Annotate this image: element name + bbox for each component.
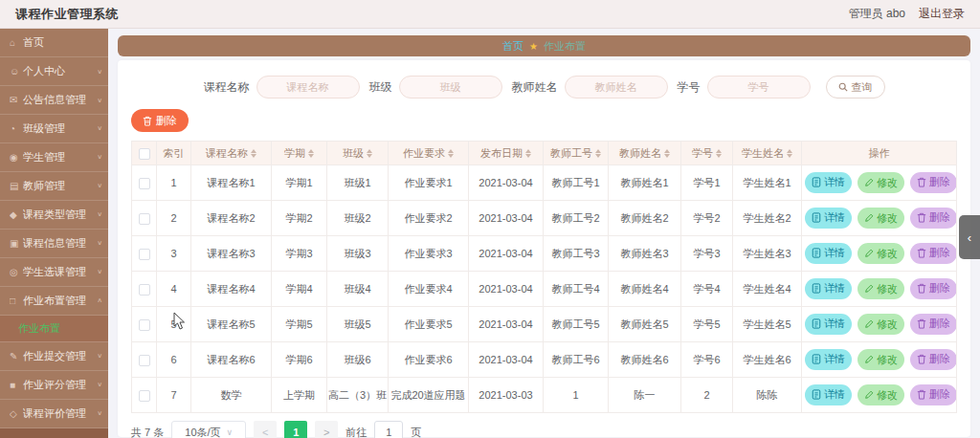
sort-icon[interactable] <box>448 149 454 158</box>
detail-icon <box>812 283 821 294</box>
detail-button[interactable]: 详情 <box>805 208 852 229</box>
column-header-8[interactable]: 学号 <box>681 142 733 165</box>
cell: 教师姓名4 <box>609 272 681 307</box>
delete-button[interactable]: 删除 <box>910 349 957 370</box>
cell: 陈陈 <box>733 378 802 413</box>
filter-input-2[interactable] <box>565 76 668 99</box>
detail-button[interactable]: 详情 <box>805 278 852 299</box>
filter-input-3[interactable] <box>707 76 811 99</box>
column-header-9[interactable]: 学生姓名 <box>733 142 802 165</box>
action-label: 修改 <box>877 353 898 367</box>
select-all-checkbox[interactable] <box>139 148 150 160</box>
sidebar-item-label: 个人中心 <box>23 64 97 78</box>
column-header-6[interactable]: 教师工号 <box>544 142 609 165</box>
edit-button[interactable]: 修改 <box>858 208 904 229</box>
sidebar-item-7[interactable]: ▣课程信息管理∨ <box>0 230 108 258</box>
sidebar-subitem-9-0[interactable]: 作业布置 <box>0 316 108 342</box>
sort-icon[interactable] <box>595 149 601 158</box>
row-checkbox[interactable] <box>139 284 150 296</box>
sort-icon[interactable] <box>251 149 256 158</box>
delete-button[interactable]: 删除 <box>910 384 957 405</box>
sidebar-item-11[interactable]: ■作业评分管理∨ <box>0 371 108 400</box>
sidebar-item-9[interactable]: □作业布置管理∧ <box>0 287 108 316</box>
column-header-2[interactable]: 学期 <box>272 142 327 165</box>
page-1-button[interactable]: 1 <box>284 421 307 438</box>
cell: 数学 <box>191 378 272 413</box>
edit-button[interactable]: 修改 <box>858 349 904 370</box>
column-header-3[interactable]: 班级 <box>327 142 389 165</box>
row-checkbox[interactable] <box>139 355 150 366</box>
cell: 上学期 <box>272 378 327 413</box>
cell: 教师工号5 <box>544 307 609 342</box>
sort-icon[interactable] <box>308 149 314 158</box>
next-page-button[interactable]: > <box>315 421 338 438</box>
edit-button[interactable]: 修改 <box>858 243 904 264</box>
delete-button[interactable]: 删除 <box>910 314 957 335</box>
goto-page-input[interactable] <box>374 421 403 438</box>
cell: 教师姓名2 <box>609 201 681 236</box>
sidebar-item-8[interactable]: ◎学生选课管理∨ <box>0 258 108 287</box>
row-checkbox[interactable] <box>139 390 150 402</box>
column-header-label: 操作 <box>869 147 890 159</box>
sidebar-item-10[interactable]: ✎作业提交管理∨ <box>0 342 108 371</box>
sort-icon[interactable] <box>787 149 792 158</box>
row-checkbox[interactable] <box>139 249 150 260</box>
edit-button[interactable]: 修改 <box>858 278 904 299</box>
delete-button[interactable]: 删除 <box>910 278 957 299</box>
cell: 学生姓名1 <box>733 165 802 201</box>
sidebar-item-5[interactable]: ▤教师管理∨ <box>0 172 108 201</box>
sort-icon[interactable] <box>525 149 531 158</box>
sort-icon[interactable] <box>664 149 670 158</box>
detail-button[interactable]: 详情 <box>805 314 852 335</box>
detail-button[interactable]: 详情 <box>805 172 852 193</box>
cell: 作业要求5 <box>389 307 469 342</box>
announcement-icon: ✉ <box>10 95 23 105</box>
sidebar-item-2[interactable]: ✉公告信息管理∨ <box>0 86 108 115</box>
prev-page-button[interactable]: < <box>254 421 277 438</box>
column-header-label: 学号 <box>692 147 713 159</box>
edit-button[interactable]: 修改 <box>858 172 904 193</box>
cell: 作业要求3 <box>389 236 469 272</box>
delete-button[interactable]: 删除 <box>910 208 957 229</box>
sidebar-item-0[interactable]: ⌂首页 <box>0 29 108 57</box>
detail-button[interactable]: 详情 <box>805 243 852 264</box>
delete-button[interactable]: 删除 <box>910 172 957 193</box>
sidebar-item-6[interactable]: ◆课程类型管理∨ <box>0 201 108 230</box>
cell: 学期6 <box>272 342 327 378</box>
edit-button[interactable]: 修改 <box>858 384 904 405</box>
delete-button[interactable]: 删除 <box>910 243 957 264</box>
trash-icon <box>917 389 926 400</box>
filter-input-0[interactable] <box>256 76 360 99</box>
cell: 2021-03-04 <box>469 307 544 342</box>
search-button[interactable]: 查询 <box>826 76 885 99</box>
column-header-label: 班级 <box>343 147 364 159</box>
row-select-cell <box>132 272 157 307</box>
logout-link[interactable]: 退出登录 <box>919 6 965 22</box>
sidebar-item-12[interactable]: ◇课程评价管理∨ <box>0 400 108 428</box>
cell: 班级3 <box>327 236 389 272</box>
detail-button[interactable]: 详情 <box>805 384 852 405</box>
row-checkbox[interactable] <box>139 178 150 189</box>
column-header-4[interactable]: 作业要求 <box>389 142 469 165</box>
column-header-7[interactable]: 教师姓名 <box>609 142 681 165</box>
column-header-1[interactable]: 课程名称 <box>191 142 272 165</box>
collapse-panel-handle[interactable]: ‹ <box>959 215 980 259</box>
batch-delete-button[interactable]: 删除 <box>131 109 189 132</box>
detail-button[interactable]: 详情 <box>805 349 852 370</box>
column-header-5[interactable]: 发布日期 <box>469 142 544 165</box>
sort-icon[interactable] <box>716 149 722 158</box>
sort-icon[interactable] <box>367 149 372 158</box>
row-checkbox[interactable] <box>139 319 150 331</box>
page-size-select[interactable]: 10条/页 ∨ <box>171 421 246 438</box>
table-row: 2课程名称2学期2班级2作业要求22021-03-04教师工号2教师姓名2学号2… <box>132 201 957 236</box>
cell: 2021-03-04 <box>469 165 544 201</box>
home-icon: ⌂ <box>10 37 23 48</box>
sidebar-item-partial <box>0 428 108 438</box>
breadcrumb-home-link[interactable]: 首页 <box>502 39 523 54</box>
sidebar-item-1[interactable]: ☺个人中心∨ <box>0 57 108 86</box>
edit-button[interactable]: 修改 <box>858 314 904 335</box>
sidebar-item-4[interactable]: ◉学生管理∨ <box>0 143 108 172</box>
row-checkbox[interactable] <box>139 213 150 225</box>
sidebar-item-3[interactable]: ◔班级管理∨ <box>0 115 108 143</box>
filter-input-1[interactable] <box>399 76 502 99</box>
